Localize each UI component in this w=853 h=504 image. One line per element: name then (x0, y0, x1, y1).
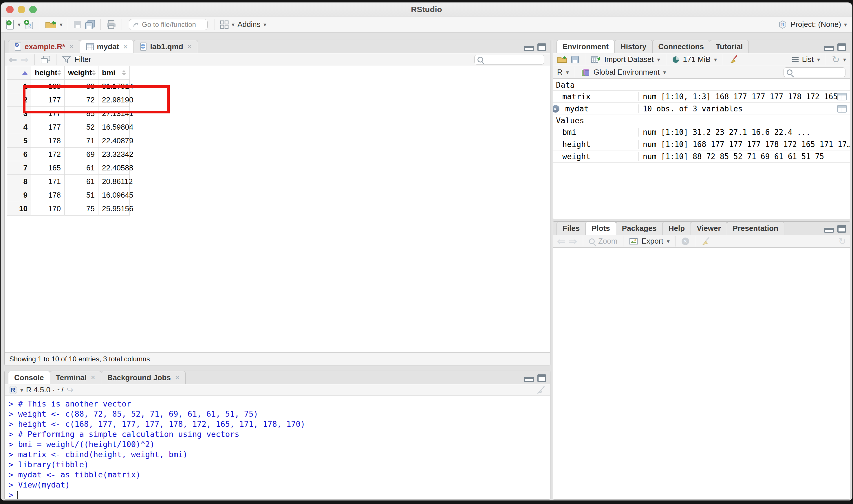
maximize-pane-icon[interactable] (537, 43, 546, 51)
clear-plots-broom-icon[interactable] (701, 236, 711, 246)
language-selector-label[interactable]: R (557, 68, 562, 77)
list-view-caret[interactable]: ▾ (817, 57, 820, 62)
next-plot-icon[interactable]: ⇒ (569, 236, 577, 246)
column-header-weight[interactable]: weight (65, 66, 99, 79)
save-workspace-icon[interactable] (571, 56, 579, 64)
scope-selector-label[interactable]: Global Environment (594, 68, 660, 77)
forward-icon[interactable]: ⇒ (20, 55, 29, 65)
data-search-box[interactable] (474, 55, 544, 65)
refresh-environment-icon[interactable]: ↻ (832, 55, 840, 64)
close-tab-icon[interactable]: × (91, 373, 95, 382)
scope-selector-caret[interactable]: ▾ (663, 69, 666, 75)
environment-object-row[interactable]: weight num [1:10] 88 72 85 52 71 69 61 6… (553, 150, 850, 163)
minimize-pane-icon[interactable] (824, 228, 834, 233)
environment-search-box[interactable] (784, 67, 846, 77)
minimize-pane-icon[interactable] (524, 46, 534, 51)
view-data-grid-icon[interactable] (837, 93, 847, 101)
data-search-input[interactable] (486, 56, 529, 64)
open-in-new-window-icon[interactable] (40, 56, 50, 64)
addins-grid-caret[interactable]: ▾ (232, 22, 234, 28)
zoom-plot-icon[interactable] (589, 238, 595, 244)
r-version-caret[interactable]: ▾ (20, 387, 23, 393)
addins-label[interactable]: Addins (238, 20, 261, 29)
tab-tutorial[interactable]: Tutorial (710, 40, 749, 53)
import-dataset-caret[interactable]: ▾ (657, 57, 660, 62)
export-plot-label[interactable]: Export (641, 237, 663, 246)
clear-environment-broom-icon[interactable] (729, 55, 738, 65)
language-selector-caret[interactable]: ▾ (566, 69, 569, 75)
tab-packages[interactable]: Packages (616, 222, 663, 235)
maximize-pane-icon[interactable] (537, 374, 546, 382)
close-tab-icon[interactable]: × (69, 42, 74, 51)
row-number-header[interactable] (7, 66, 31, 79)
tab-mydat[interactable]: mydat × (80, 40, 134, 53)
tab-lab1-qmd[interactable]: lab1.qmd × (134, 40, 198, 53)
goto-directory-icon[interactable]: ↪ (66, 385, 73, 395)
expand-object-icon[interactable]: ▶ (553, 105, 559, 112)
maximize-pane-icon[interactable] (837, 43, 846, 51)
column-header-bmi[interactable]: bmi (99, 66, 130, 79)
open-file-dropdown-caret[interactable]: ▾ (60, 22, 63, 28)
environment-object-row[interactable]: height num [1:10] 168 177 177 177 178 17… (553, 138, 850, 150)
minimize-pane-icon[interactable] (524, 377, 534, 382)
environment-object-row[interactable]: ▶ matrix num [1:10, 1:3] 168 177 177 177… (553, 91, 850, 103)
tab-history[interactable]: History (614, 40, 652, 53)
environment-object-row[interactable]: ▶ mydat 10 obs. of 3 variables (553, 103, 850, 115)
addins-caret[interactable]: ▾ (263, 22, 266, 28)
tab-plots[interactable]: Plots (586, 222, 616, 235)
open-file-icon[interactable] (45, 20, 57, 29)
goto-file-input[interactable] (142, 20, 200, 29)
tab-viewer[interactable]: Viewer (691, 222, 727, 235)
project-selector-label[interactable]: Project: (None) (790, 20, 841, 29)
goto-file-box[interactable] (129, 19, 208, 30)
export-plot-caret[interactable]: ▾ (667, 238, 670, 244)
load-workspace-icon[interactable] (557, 56, 568, 64)
import-dataset-label[interactable]: Import Dataset (604, 55, 654, 64)
filter-icon[interactable] (62, 56, 71, 63)
export-plot-icon[interactable] (629, 238, 638, 245)
import-dataset-icon[interactable] (591, 56, 601, 64)
new-file-icon[interactable] (6, 19, 15, 30)
environment-object-row[interactable]: bmi num [1:10] 31.2 23 27.1 16.6 22.4 ..… (553, 126, 850, 138)
save-all-icon[interactable] (85, 20, 95, 30)
view-data-grid-icon[interactable] (837, 105, 847, 112)
tab-background-jobs[interactable]: Background Jobs × (101, 371, 186, 384)
filter-label[interactable]: Filter (74, 55, 91, 64)
print-icon[interactable] (106, 20, 117, 29)
new-file-dropdown-caret[interactable]: ▾ (18, 22, 20, 28)
tab-connections[interactable]: Connections (652, 40, 710, 53)
tab-terminal[interactable]: Terminal × (50, 371, 102, 384)
list-view-label[interactable]: List (802, 55, 814, 64)
memory-usage-caret[interactable]: ▾ (714, 57, 717, 62)
previous-plot-icon[interactable]: ⇐ (557, 236, 565, 246)
close-tab-icon[interactable]: × (187, 42, 192, 51)
zoom-plot-label[interactable]: Zoom (598, 237, 617, 246)
save-icon[interactable] (73, 20, 82, 29)
back-icon[interactable]: ⇐ (9, 55, 17, 65)
maximize-pane-icon[interactable] (837, 225, 846, 233)
list-view-icon[interactable] (792, 57, 799, 62)
new-project-icon[interactable]: R (23, 19, 34, 30)
close-tab-icon[interactable]: × (123, 42, 128, 52)
minimize-pane-icon[interactable] (824, 46, 834, 51)
close-tab-icon[interactable]: × (175, 373, 179, 382)
r-logo-icon[interactable]: R (9, 386, 17, 394)
clear-console-broom-icon[interactable] (536, 385, 546, 395)
global-environment-icon (581, 68, 590, 77)
tab-console[interactable]: Console (8, 371, 50, 384)
tab-example-r[interactable]: R example.R* × (8, 40, 80, 53)
environment-search-input[interactable] (795, 68, 839, 76)
refresh-caret[interactable]: ▾ (843, 57, 846, 62)
tab-presentation[interactable]: Presentation (727, 222, 785, 235)
console-output[interactable]: > # This is another vector> weight <- c(… (5, 396, 550, 499)
memory-usage-label[interactable]: 171 MiB (683, 55, 711, 64)
height-cell: 171 (31, 175, 65, 188)
project-caret[interactable]: ▾ (844, 22, 847, 28)
refresh-plots-icon[interactable]: ↻ (838, 237, 846, 246)
column-header-height[interactable]: height (31, 66, 65, 79)
addins-grid-icon[interactable] (220, 20, 229, 29)
tab-environment[interactable]: Environment (557, 40, 615, 53)
tab-files[interactable]: Files (557, 222, 586, 235)
tab-help[interactable]: Help (662, 222, 691, 235)
remove-plot-icon[interactable]: × (682, 237, 689, 245)
